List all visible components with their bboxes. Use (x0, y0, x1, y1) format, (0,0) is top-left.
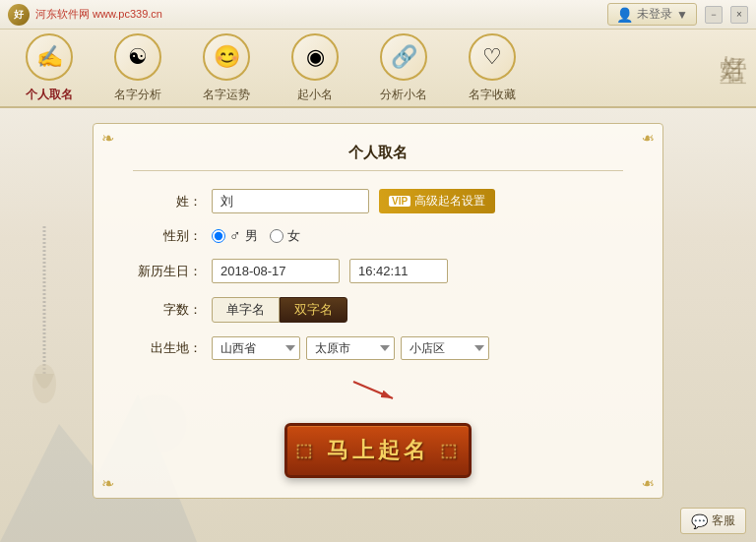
submit-button[interactable]: 马上起名 (284, 423, 472, 478)
arrow-decoration (348, 374, 408, 403)
nickname-label: 起小名 (297, 87, 333, 103)
corner-br: ❧ (642, 474, 655, 493)
title-bar-left: 好 河东软件网 www.pc339.cn (8, 4, 162, 26)
wordcount-row: 字数： 单字名 双字名 (133, 297, 623, 323)
app-logo: 好 (8, 4, 30, 26)
analyze-nickname-icon: 🔗 (380, 33, 427, 81)
city-select[interactable]: 太原市 大同市 朔州市 (306, 336, 395, 360)
vip-button[interactable]: VIP 高级起名设置 (379, 189, 495, 213)
nav-item-analyze-nickname[interactable]: 🔗 分析小名 (374, 33, 433, 103)
vip-label: 高级起名设置 (414, 193, 485, 210)
gender-female-option[interactable]: 女 (270, 227, 300, 245)
vip-badge: VIP (389, 196, 410, 207)
name-collection-label: 名字收藏 (469, 87, 516, 103)
single-name-button[interactable]: 单字名 (212, 297, 280, 323)
nav-item-personal-naming[interactable]: ✍ 个人取名 (20, 33, 79, 103)
birthday-row: 新历生日： 2018-08-17 (133, 259, 623, 283)
surname-row: 姓： VIP 高级起名设置 (133, 189, 623, 213)
birthplace-label: 出生地： (133, 339, 202, 357)
title-bar: 好 河东软件网 www.pc339.cn 👤 未登录 ▼ － × (0, 0, 756, 30)
name-analysis-icon: ☯ (114, 33, 161, 81)
name-analysis-label: 名字分析 (114, 87, 161, 103)
wordcount-label: 字数： (133, 301, 202, 319)
main-content: ❧ ❧ 个人取名 姓： VIP 高级起名设置 性别： ♂ 男 (0, 108, 756, 542)
location-group: 山西省 北京市 上海市 广东省 太原市 大同市 朔州市 小店区 迎泽区 杏花岭区 (212, 336, 489, 360)
analyze-nickname-label: 分析小名 (380, 87, 427, 103)
gender-female-label: 女 (287, 227, 300, 245)
submit-area: 马上起名 (133, 423, 623, 478)
nav-bar: ✍ 个人取名 ☯ 名字分析 😊 名字运势 ◉ 起小名 🔗 分析小名 ♡ 名字收藏… (0, 30, 756, 108)
cs-label: 客服 (712, 512, 735, 529)
name-fortune-icon: 😊 (203, 33, 250, 81)
form-panel: ❧ ❧ 个人取名 姓： VIP 高级起名设置 性别： ♂ 男 (93, 123, 663, 499)
district-select[interactable]: 小店区 迎泽区 杏花岭区 (401, 336, 489, 360)
minimize-button[interactable]: － (705, 6, 723, 24)
wordcount-group: 单字名 双字名 (212, 297, 347, 323)
customer-service-button[interactable]: 💬 客服 (680, 508, 746, 534)
panel-title: 个人取名 (133, 144, 623, 171)
surname-label: 姓： (133, 193, 202, 211)
gender-male-option[interactable]: ♂ 男 (212, 227, 258, 245)
nav-item-nickname[interactable]: ◉ 起小名 (285, 33, 345, 103)
gender-row: 性别： ♂ 男 女 (133, 227, 623, 245)
cs-icon: 💬 (691, 513, 708, 529)
personal-naming-icon: ✍ (26, 33, 73, 81)
close-button[interactable]: × (730, 6, 748, 24)
birthday-date-select[interactable]: 2018-08-17 (212, 259, 340, 283)
arrow-container (133, 374, 623, 403)
birthday-label: 新历生日： (133, 263, 202, 280)
gender-group: ♂ 男 女 (212, 227, 300, 245)
gender-female-radio[interactable] (270, 229, 284, 243)
gender-male-radio[interactable] (212, 229, 225, 243)
gender-male-label: 男 (245, 227, 258, 245)
name-collection-icon: ♡ (469, 33, 516, 81)
nav-item-name-fortune[interactable]: 😊 名字运势 (197, 33, 256, 103)
province-select[interactable]: 山西省 北京市 上海市 广东省 (212, 336, 300, 360)
surname-input[interactable] (212, 189, 369, 213)
svg-line-4 (353, 382, 393, 398)
nickname-icon: ◉ (291, 33, 339, 81)
dropdown-icon[interactable]: ▼ (676, 8, 688, 22)
personal-naming-label: 个人取名 (26, 87, 73, 103)
name-fortune-label: 名字运势 (203, 87, 250, 103)
user-area[interactable]: 👤 未登录 ▼ (607, 3, 697, 26)
nav-item-name-analysis[interactable]: ☯ 名字分析 (108, 33, 167, 103)
nav-item-name-collection[interactable]: ♡ 名字收藏 (463, 33, 522, 103)
double-name-button[interactable]: 双字名 (280, 297, 347, 323)
user-label: 未登录 (637, 6, 672, 23)
user-icon: 👤 (616, 7, 633, 23)
male-icon: ♂ (229, 227, 241, 245)
watermark: 河东软件网 www.pc339.cn (35, 7, 162, 22)
birthday-time-input[interactable] (349, 259, 448, 283)
corner-bl: ❧ (101, 474, 114, 493)
title-bar-right: 👤 未登录 ▼ － × (607, 3, 748, 26)
gender-label: 性别： (133, 227, 202, 245)
birthplace-row: 出生地： 山西省 北京市 上海市 广东省 太原市 大同市 朔州市 小店区 迎泽区… (133, 336, 623, 360)
